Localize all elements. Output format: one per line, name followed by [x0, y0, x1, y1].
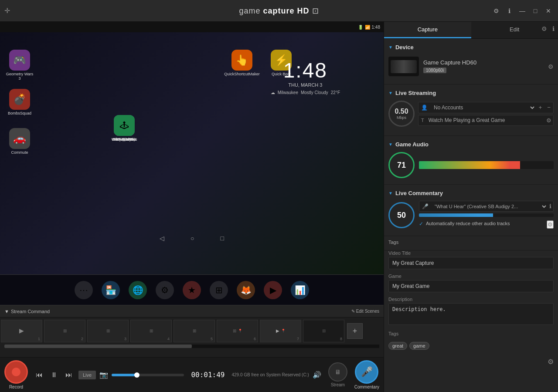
battery-icon: 🔋 [358, 25, 363, 30]
commentary-gauge: 50 [388, 202, 415, 228]
dock-firefox[interactable]: 🦊 [237, 281, 255, 299]
panel-settings-icon[interactable]: ⚙ [541, 25, 547, 32]
mic-select[interactable]: "What U Hear" (Creative SB Audigy 2... [431, 202, 548, 211]
screenshot-button[interactable]: 📷 [99, 371, 108, 379]
game-input[interactable] [388, 280, 554, 292]
sc-edit[interactable]: ✎ Edit Scenes [351, 309, 379, 314]
video-title-field: Video Title [384, 250, 558, 269]
commentary-settings-button[interactable]: ⚙ [547, 220, 554, 229]
status-bar: 🔋 📶 1:48 [0, 22, 384, 32]
maximize-button[interactable]: □ [530, 6, 541, 16]
track-add-button[interactable]: + [347, 323, 363, 339]
device-row: Game Capture HD60 1080p60i ⚙ [388, 55, 554, 78]
forward-button[interactable]: ⏭ [63, 369, 75, 381]
stream-title-input[interactable] [427, 115, 544, 125]
device-arrow: ▼ [388, 45, 393, 50]
commentary-meter-fill [419, 213, 493, 217]
timer-display: 00:01:49 [191, 371, 225, 379]
dock-deezer[interactable]: 📊 [291, 281, 309, 299]
bottom-settings-button[interactable]: ⚙ [548, 358, 554, 366]
auto-reduce-row: ✓ Automatically reduce other audio track… [419, 220, 554, 230]
mic-info-button[interactable]: ℹ [548, 201, 553, 211]
right-panel: Capture Edit ⚙ ℹ ▼ Device Game Capt [384, 22, 558, 392]
commentary-volume-value: 50 [397, 211, 406, 220]
dock-chrome[interactable]: 🌐 [129, 281, 147, 299]
auto-reduce-checkbox[interactable]: ✓ [419, 221, 423, 227]
volume-button[interactable]: 🔊 [313, 371, 321, 379]
progress-bar[interactable] [112, 374, 184, 376]
track-7: ▶📍 7 [260, 320, 301, 342]
app-quickshortcut: 👆 QuickShortcutMaker [227, 50, 257, 76]
rewind-button[interactable]: ⏮ [33, 369, 45, 381]
speed-circle: 0.50 Mbps [388, 101, 415, 127]
stream-button[interactable]: 🖥 [328, 362, 347, 382]
description-textarea[interactable]: Description here. [388, 303, 554, 325]
stream-command-header: ▼ Stream Command ✎ Edit Scenes [0, 305, 384, 318]
close-button[interactable]: ✕ [543, 6, 554, 16]
tag-game[interactable]: game [409, 342, 429, 350]
edit-icon: ✎ [351, 309, 355, 314]
recents-button[interactable]: □ [221, 235, 224, 242]
device-settings-button[interactable]: ⚙ [548, 63, 554, 70]
dock-unknown[interactable]: ⊞ [210, 281, 228, 299]
weather-info: ☁ Milwaukee Mostly Cloudy 22°F [271, 90, 340, 95]
device-section-header[interactable]: ▼ Device [384, 42, 558, 52]
description-label: Description [388, 297, 554, 302]
track-5: ⊞ 5 [174, 320, 215, 342]
track-6: ⊞📍 6 [217, 320, 258, 342]
game-label: Game [388, 274, 554, 279]
dock-store[interactable]: 🏪 [102, 281, 120, 299]
info-button[interactable]: ℹ [504, 6, 514, 16]
clock-widget: 1:48 THU, MARCH 3 ☁ Milwaukee Mostly Clo… [271, 58, 340, 95]
stream-title-settings[interactable]: ⚙ [544, 115, 553, 125]
video-title-input[interactable] [388, 257, 554, 269]
device-image [388, 57, 419, 76]
commentary-button[interactable]: 🎤 [355, 360, 378, 384]
streaming-section-header[interactable]: ▼ Live Streaming [384, 88, 558, 98]
main-area: 🔋 📶 1:48 🎮 Geometry Wars 3 💣 BombsSquad [0, 22, 558, 392]
streaming-controls: 👤 No Accounts + − T ⚙ [418, 102, 554, 126]
sc-arrow: ▼ [4, 309, 9, 314]
commentary-section-header[interactable]: ▼ Live Commentary [384, 188, 558, 198]
audio-row: 71 [388, 152, 554, 178]
back-button[interactable]: ◁ [160, 235, 164, 242]
account-select[interactable]: No Accounts [430, 102, 536, 113]
dock-apps-icon[interactable]: ⋯ [75, 281, 93, 299]
device-content: Game Capture HD60 1080p60i ⚙ [384, 52, 558, 81]
account-remove-button[interactable]: − [544, 102, 553, 112]
tabs-wrapper: Capture Edit ⚙ ℹ [384, 22, 558, 39]
title-t-icon: T [418, 116, 427, 125]
device-info: Game Capture HD60 1080p60i [423, 59, 544, 74]
timeline-scrollbar[interactable] [4, 345, 379, 348]
record-button[interactable] [4, 360, 28, 384]
device-name: Game Capture HD60 [423, 59, 544, 66]
device-image-inner [391, 60, 417, 73]
home-button[interactable]: ○ [191, 235, 194, 242]
account-add-button[interactable]: + [536, 102, 544, 112]
commentary-label: Commentary [354, 385, 379, 389]
streaming-title: Live Streaming [395, 90, 436, 96]
sc-label: Stream Command [11, 309, 50, 314]
dock-settings[interactable]: ⚙ [156, 281, 174, 299]
streaming-row: 0.50 Mbps 👤 No Accounts + − [388, 101, 554, 127]
live-button[interactable]: Live [78, 371, 96, 379]
weather-temp: 22°F [331, 90, 340, 95]
tags-section-title: Tags [388, 240, 554, 245]
app-bombsquad: 💣 BombsSquad [4, 89, 35, 115]
track-2: ⊞ 2 [44, 320, 85, 342]
tab-capture[interactable]: Capture [384, 22, 471, 38]
settings-button[interactable]: ⚙ [491, 6, 501, 16]
tag-great[interactable]: great [388, 342, 407, 350]
audio-section-header[interactable]: ▼ Game Audio [384, 139, 558, 149]
audio-meter-fill [419, 161, 520, 169]
track-1: ▶ 1 [1, 320, 42, 342]
android-content: 🎮 Geometry Wars 3 💣 BombsSquad 🚗 Commute… [0, 32, 384, 274]
minimize-button[interactable]: — [517, 6, 527, 16]
panel-info-icon[interactable]: ℹ [552, 25, 555, 32]
record-indicator [12, 368, 20, 376]
timeline-tracks[interactable]: ▶ 1 ⊞ 2 ⊞ 3 ⊞ 4 ⊞ 5 [0, 318, 384, 345]
dock-youtube[interactable]: ▶ [264, 281, 282, 299]
dock-kodi[interactable]: ★ [183, 281, 201, 299]
weather-city: Milwaukee [278, 90, 298, 95]
play-pause-button[interactable]: ⏸ [48, 369, 60, 381]
